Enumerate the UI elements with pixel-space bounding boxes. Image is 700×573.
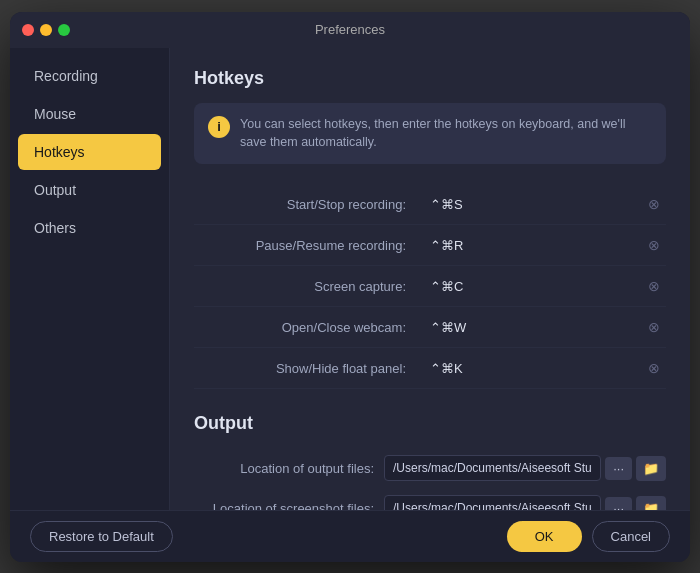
output-row-label: Location of screenshot files: [194, 501, 384, 510]
output-rows: Location of output files:···📁Location of… [194, 448, 666, 510]
titlebar: Preferences [10, 12, 690, 48]
output-title: Output [194, 413, 666, 434]
sidebar: RecordingMouseHotkeysOutputOthers [10, 48, 170, 510]
hotkey-value[interactable]: ⌃⌘W [422, 320, 642, 335]
output-path-dots-button[interactable]: ··· [605, 457, 632, 480]
info-icon: i [208, 116, 230, 138]
footer: Restore to Default OK Cancel [10, 510, 690, 562]
hotkey-label: Start/Stop recording: [194, 197, 422, 212]
output-path-input[interactable] [384, 495, 601, 510]
maximize-button[interactable] [58, 24, 70, 36]
main-panel: Hotkeys i You can select hotkeys, then e… [170, 48, 690, 510]
traffic-lights [22, 24, 70, 36]
sidebar-item-others[interactable]: Others [18, 210, 161, 246]
output-path-dots-button[interactable]: ··· [605, 497, 632, 510]
hotkey-row: Open/Close webcam: ⌃⌘W ⊗ [194, 307, 666, 348]
ok-button[interactable]: OK [507, 521, 582, 552]
cancel-button[interactable]: Cancel [592, 521, 670, 552]
output-path-folder-button[interactable]: 📁 [636, 456, 666, 481]
hotkey-label: Show/Hide float panel: [194, 361, 422, 376]
output-path-folder-button[interactable]: 📁 [636, 496, 666, 510]
window-title: Preferences [315, 22, 385, 37]
sidebar-item-output[interactable]: Output [18, 172, 161, 208]
hotkey-label: Open/Close webcam: [194, 320, 422, 335]
hotkey-label: Screen capture: [194, 279, 422, 294]
output-row-label: Location of output files: [194, 461, 384, 476]
sidebar-item-hotkeys[interactable]: Hotkeys [18, 134, 161, 170]
preferences-window: Preferences RecordingMouseHotkeysOutputO… [10, 12, 690, 562]
hotkey-row: Show/Hide float panel: ⌃⌘K ⊗ [194, 348, 666, 389]
hotkey-value[interactable]: ⌃⌘R [422, 238, 642, 253]
minimize-button[interactable] [40, 24, 52, 36]
hotkey-value[interactable]: ⌃⌘S [422, 197, 642, 212]
restore-default-button[interactable]: Restore to Default [30, 521, 173, 552]
hotkey-value[interactable]: ⌃⌘K [422, 361, 642, 376]
hotkey-clear-icon[interactable]: ⊗ [642, 233, 666, 257]
hotkeys-info-text: You can select hotkeys, then enter the h… [240, 115, 652, 153]
hotkey-row: Screen capture: ⌃⌘C ⊗ [194, 266, 666, 307]
sidebar-item-recording[interactable]: Recording [18, 58, 161, 94]
hotkeys-title: Hotkeys [194, 68, 666, 89]
hotkey-clear-icon[interactable]: ⊗ [642, 315, 666, 339]
output-row: Location of screenshot files:···📁 [194, 488, 666, 510]
hotkey-row: Pause/Resume recording: ⌃⌘R ⊗ [194, 225, 666, 266]
close-button[interactable] [22, 24, 34, 36]
hotkey-clear-icon[interactable]: ⊗ [642, 192, 666, 216]
hotkeys-info-box: i You can select hotkeys, then enter the… [194, 103, 666, 165]
hotkey-clear-icon[interactable]: ⊗ [642, 356, 666, 380]
hotkey-value[interactable]: ⌃⌘C [422, 279, 642, 294]
sidebar-item-mouse[interactable]: Mouse [18, 96, 161, 132]
hotkey-label: Pause/Resume recording: [194, 238, 422, 253]
footer-buttons: OK Cancel [507, 521, 670, 552]
hotkey-row: Start/Stop recording: ⌃⌘S ⊗ [194, 184, 666, 225]
output-path-input[interactable] [384, 455, 601, 481]
output-row: Location of output files:···📁 [194, 448, 666, 488]
main-content: RecordingMouseHotkeysOutputOthers Hotkey… [10, 48, 690, 510]
hotkeys-table: Start/Stop recording: ⌃⌘S ⊗ Pause/Resume… [194, 184, 666, 389]
hotkey-clear-icon[interactable]: ⊗ [642, 274, 666, 298]
